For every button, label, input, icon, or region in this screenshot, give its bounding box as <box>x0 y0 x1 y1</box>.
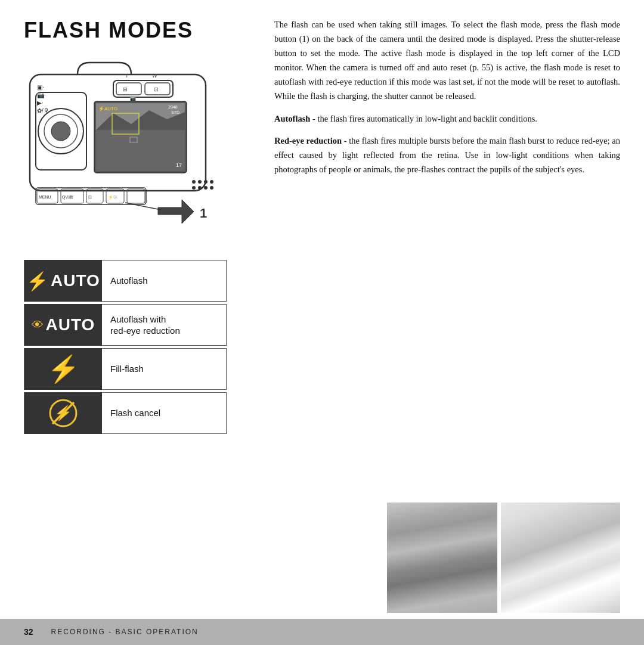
svg-text:⊡: ⊡ <box>154 86 159 92</box>
redeye-label: Autoflash with red-eye reduction <box>102 314 226 337</box>
svg-point-41 <box>204 180 208 184</box>
svg-rect-10 <box>116 83 141 95</box>
auto-text-1: AUTO <box>51 271 100 290</box>
footer-page-number: 32 <box>24 627 33 637</box>
flash-cancel-icon-box: ⚡ <box>24 392 102 434</box>
svg-text:⚡☉: ⚡☉ <box>108 194 117 200</box>
description-paragraph-1: The flash can be used when taking still … <box>274 18 620 104</box>
photo-left-image <box>387 503 497 613</box>
autoflash-label: Autoflash <box>102 275 226 287</box>
bolt-icon: ⚡ <box>26 271 48 292</box>
flash-modes-list: ⚡ AUTO Autoflash 👁 AUTO Autoflash with r… <box>24 260 227 434</box>
svg-point-39 <box>192 180 196 184</box>
left-column: FLASH MODES ▣· 📷· ▶· <box>24 18 250 613</box>
footer-section-title: Recording - basic operation <box>51 628 199 636</box>
svg-text:⊡: ⊡ <box>88 195 92 199</box>
redeye-icon-box: 👁 AUTO <box>24 304 102 346</box>
svg-text:⚡AUTO: ⚡AUTO <box>98 106 117 111</box>
flash-cancel-icon: ⚡ <box>48 398 79 429</box>
svg-text:▣·: ▣· <box>37 84 44 91</box>
description-paragraph-2: Autoflash - the flash fires automaticall… <box>274 112 620 126</box>
description-paragraph-3: Red-eye reduction - the flash fires mult… <box>274 134 620 177</box>
photo-left <box>387 503 497 613</box>
svg-point-40 <box>198 180 202 184</box>
autoflash-term: Autoflash <box>274 114 310 123</box>
svg-point-45 <box>204 186 208 190</box>
svg-point-44 <box>198 186 202 190</box>
flash-mode-autoflash: ⚡ AUTO Autoflash <box>24 260 227 302</box>
redeye-term: Red-eye reduction <box>274 136 342 145</box>
svg-text:2048: 2048 <box>168 105 178 109</box>
flash-mode-redeye: 👁 AUTO Autoflash with red-eye reduction <box>24 304 227 346</box>
description-p2-rest: - the flash fires automatically in low-l… <box>310 114 537 123</box>
svg-marker-47 <box>158 200 194 224</box>
auto-text-2: AUTO <box>46 315 95 334</box>
flash-mode-cancel: ⚡ Flash cancel <box>24 392 227 434</box>
footer: 32 Recording - basic operation <box>0 619 644 645</box>
svg-point-46 <box>210 186 213 190</box>
svg-text:1: 1 <box>200 206 207 221</box>
photo-right <box>501 503 620 613</box>
flash-mode-fill: ⚡ Fill-flash <box>24 348 227 390</box>
svg-text:QV/面: QV/面 <box>62 195 73 200</box>
svg-rect-21 <box>96 130 185 171</box>
right-column: The flash can be used when taking still … <box>250 18 620 613</box>
svg-text:▶·: ▶· <box>37 100 44 106</box>
svg-text:17: 17 <box>176 162 182 168</box>
svg-text:W: W <box>152 73 157 79</box>
svg-point-42 <box>210 180 213 184</box>
page-title: FLASH MODES <box>24 18 250 43</box>
svg-text:📷: 📷 <box>130 95 136 101</box>
svg-text:⊞: ⊞ <box>123 86 128 92</box>
description-block: The flash can be used when taking still … <box>274 18 620 177</box>
svg-text:MENU: MENU <box>39 195 51 199</box>
svg-text:📷·: 📷· <box>37 91 46 99</box>
autoflash-icon-box: ⚡ AUTO <box>24 260 102 302</box>
svg-point-43 <box>192 186 196 190</box>
fill-flash-icon-box: ⚡ <box>24 348 102 390</box>
svg-line-49 <box>125 203 161 210</box>
eye-icon: 👁 <box>32 318 44 332</box>
camera-diagram: ▣· 📷· ▶· ✿/🎙 ⊞ ⊡ T W <box>24 54 227 250</box>
svg-point-4 <box>51 122 70 141</box>
flash-cancel-label: Flash cancel <box>102 407 226 419</box>
photos-area <box>274 503 620 613</box>
fill-flash-label: Fill-flash <box>102 363 226 375</box>
svg-text:T: T <box>125 73 129 79</box>
page: FLASH MODES ▣· 📷· ▶· <box>0 0 644 645</box>
main-area: FLASH MODES ▣· 📷· ▶· <box>0 0 644 619</box>
svg-text:✿/🎙: ✿/🎙 <box>37 107 49 114</box>
photo-right-image <box>501 503 620 613</box>
fill-flash-bolt-icon: ⚡ <box>47 353 80 384</box>
svg-text:STD.: STD. <box>171 110 181 114</box>
